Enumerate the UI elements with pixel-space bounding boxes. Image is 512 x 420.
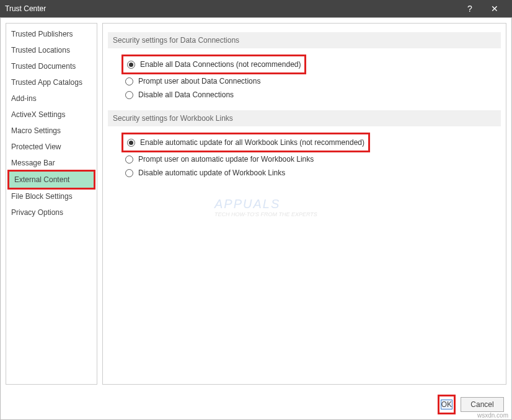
credit-text: wsxdn.com xyxy=(477,412,508,419)
radio-icon xyxy=(125,91,133,99)
help-icon[interactable]: ? xyxy=(457,0,482,17)
highlight-annotation: OK xyxy=(438,395,456,414)
sidebar-item-add-ins[interactable]: Add-ins xyxy=(6,90,97,107)
sidebar-item-file-block-settings[interactable]: File Block Settings xyxy=(6,188,97,204)
watermark-text: APPUALS xyxy=(214,197,280,211)
sidebar-item-trusted-publishers[interactable]: Trusted Publishers xyxy=(6,26,97,42)
radio-label: Prompt user about Data Connections xyxy=(138,77,260,85)
sidebar-item-trusted-locations[interactable]: Trusted Locations xyxy=(6,42,97,58)
window-title: Trust Center xyxy=(5,4,457,13)
content-pane: Security settings for Data Connections E… xyxy=(102,23,506,385)
cancel-button[interactable]: Cancel xyxy=(461,397,504,412)
section-header-data-connections: Security settings for Data Connections xyxy=(108,32,501,48)
dialog-body: Trusted Publishers Trusted Locations Tru… xyxy=(0,17,512,420)
radio-icon xyxy=(125,169,133,177)
radio-prompt-data-connections[interactable]: Prompt user about Data Connections xyxy=(108,74,501,88)
sidebar-item-external-content[interactable]: External Content xyxy=(9,172,94,188)
sidebar-item-protected-view[interactable]: Protected View xyxy=(6,139,97,155)
radio-disable-data-connections[interactable]: Disable all Data Connections xyxy=(108,88,501,102)
dialog-footer: OK Cancel xyxy=(1,390,511,419)
radio-label: Enable automatic update for all Workbook… xyxy=(140,138,364,147)
radio-icon xyxy=(125,77,133,85)
ok-button[interactable]: OK xyxy=(441,400,452,409)
titlebar: Trust Center ? ✕ xyxy=(0,0,512,17)
close-icon[interactable]: ✕ xyxy=(482,0,507,17)
radio-label: Enable all Data Connections (not recomme… xyxy=(140,60,301,69)
sidebar-item-privacy-options[interactable]: Privacy Options xyxy=(6,204,97,221)
radio-label: Disable all Data Connections xyxy=(138,90,234,99)
radio-enable-auto-update-links[interactable]: Enable automatic update for all Workbook… xyxy=(125,136,364,149)
radio-enable-all-data-connections[interactable]: Enable all Data Connections (not recomme… xyxy=(125,58,301,71)
sidebar-item-activex-settings[interactable]: ActiveX Settings xyxy=(6,107,97,123)
watermark-sub: TECH HOW-TO'S FROM THE EXPERTS xyxy=(214,211,317,217)
highlight-annotation: External Content xyxy=(7,170,95,190)
sidebar-item-message-bar[interactable]: Message Bar xyxy=(6,155,97,171)
highlight-annotation: Enable all Data Connections (not recomme… xyxy=(121,55,306,74)
radio-icon xyxy=(127,61,135,69)
section-header-workbook-links: Security settings for Workbook Links xyxy=(108,110,501,126)
radio-icon xyxy=(127,139,135,147)
sidebar-item-macro-settings[interactable]: Macro Settings xyxy=(6,123,97,139)
highlight-annotation: Enable automatic update for all Workbook… xyxy=(121,133,370,152)
radio-label: Disable automatic update of Workbook Lin… xyxy=(138,168,285,177)
radio-label: Prompt user on automatic update for Work… xyxy=(138,155,314,164)
sidebar: Trusted Publishers Trusted Locations Tru… xyxy=(6,23,97,385)
sidebar-item-trusted-app-catalogs[interactable]: Trusted App Catalogs xyxy=(6,74,97,90)
radio-disable-auto-update-links[interactable]: Disable automatic update of Workbook Lin… xyxy=(108,166,501,180)
radio-icon xyxy=(125,155,133,164)
radio-prompt-auto-update-links[interactable]: Prompt user on automatic update for Work… xyxy=(108,152,501,166)
sidebar-item-trusted-documents[interactable]: Trusted Documents xyxy=(6,58,97,74)
watermark: APPUALS TECH HOW-TO'S FROM THE EXPERTS xyxy=(214,197,317,217)
